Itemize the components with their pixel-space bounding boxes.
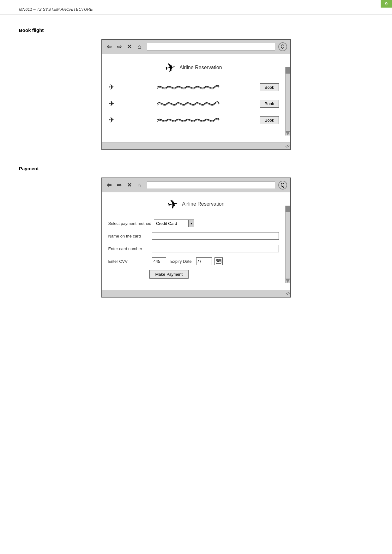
flight-squiggle-3 [118,115,256,125]
book-flight-content: ✈ Airline Reservation ✈ Book [102,54,290,142]
make-payment-row: Make Payment [108,270,279,279]
expiry-input[interactable]: / / [196,257,212,265]
payment-scrollbar[interactable] [285,206,290,283]
payment-form: Select payment method Credit Card ▼ Name… [102,216,290,290]
book-button-3[interactable]: Book [260,116,279,124]
payment-address-bar[interactable] [147,181,275,189]
flight-icon-3: ✈ [108,116,115,124]
header-title: MN611 – T2 SYSTEM ARCHITECTURE [19,7,93,12]
book-flight-bottom-bar: // [102,142,290,149]
cvv-row: Enter CVV 445 Expiry Date / / [108,257,279,265]
airline-header: ✈ Airline Reservation [108,60,279,75]
flight-icon-1: ✈ [108,83,115,92]
flight-row-1: ✈ Book [108,82,279,92]
payment-plane-icon: ✈ [166,196,179,212]
page-header: MN611 – T2 SYSTEM ARCHITECTURE [0,0,392,15]
calendar-icon[interactable] [214,257,223,265]
make-payment-button[interactable]: Make Payment [149,270,189,279]
flight-squiggle-1 [118,82,256,92]
payment-search-icon: Q [280,182,284,188]
expiry-label: Expiry Date [171,259,192,264]
flight-row-3: ✈ Book [108,115,279,125]
payment-search-button[interactable]: Q [278,181,287,190]
payment-airline-header: ✈ Airline Reservation [102,197,290,211]
book-flight-browser: ⇦ ⇨ ✕ ⌂ Q ✈ Airline Reservation ✈ [101,39,291,150]
payment-method-label: Select payment method [108,221,152,226]
card-number-row: Enter card number [108,245,279,252]
card-number-label: Enter card number [108,246,149,251]
flight-squiggle-2 [118,99,256,108]
name-on-card-input[interactable] [152,232,279,240]
payment-browser: ⇦ ⇨ ✕ ⌂ Q ✈ Airline Reservation [101,178,291,298]
svg-rect-4 [217,261,218,262]
payment-method-value[interactable]: Credit Card [154,220,189,227]
payment-bottom-bar: // [102,290,290,297]
book-flight-heading: Book flight [19,27,373,33]
name-on-card-label: Name on the card [108,234,149,238]
payment-scrollbar-thumb-down[interactable] [286,279,290,283]
book-flight-scrollbar[interactable] [285,67,290,135]
payment-method-select[interactable]: Credit Card ▼ [154,220,194,227]
main-content: Book flight ⇦ ⇨ ✕ ⌂ Q ✈ Airline Reservat… [0,15,392,326]
payment-content: ✈ Airline Reservation Select payment met… [102,192,290,290]
payment-scrollbar-thumb-up[interactable] [286,206,290,212]
cvv-label: Enter CVV [108,259,149,264]
card-number-input[interactable] [152,245,279,252]
payment-stop-button[interactable]: ✕ [125,181,134,189]
svg-rect-5 [218,261,219,262]
payment-heading: Payment [19,166,373,171]
payment-method-row: Select payment method Credit Card ▼ [108,220,279,227]
flight-icon-2: ✈ [108,99,115,108]
name-on-card-row: Name on the card [108,232,279,240]
back-button[interactable]: ⇦ [105,43,113,51]
payment-airline-title: Airline Reservation [182,201,224,207]
address-bar[interactable] [147,43,275,51]
select-arrow-icon[interactable]: ▼ [189,220,194,227]
forward-button[interactable]: ⇨ [115,43,124,51]
search-button[interactable]: Q [278,42,287,51]
payment-back-button[interactable]: ⇦ [105,181,113,189]
airline-title: Airline Reservation [179,65,222,70]
resize-handle[interactable]: // [285,143,291,149]
airline-plane-icon: ✈ [164,59,177,75]
book-button-2[interactable]: Book [260,100,279,108]
cvv-input[interactable]: 445 [152,257,166,265]
flight-row-2: ✈ Book [108,99,279,108]
payment-toolbar: ⇦ ⇨ ✕ ⌂ Q [102,178,290,192]
book-button-1[interactable]: Book [260,83,279,91]
page-number: 9 [381,0,392,8]
book-flight-toolbar: ⇦ ⇨ ✕ ⌂ Q [102,40,290,54]
scrollbar-thumb-down[interactable] [286,131,290,135]
svg-rect-6 [220,261,220,262]
payment-home-button[interactable]: ⌂ [136,181,144,189]
search-icon: Q [280,44,284,50]
home-button[interactable]: ⌂ [136,43,144,51]
payment-resize-handle[interactable]: // [285,291,291,297]
payment-forward-button[interactable]: ⇨ [115,181,124,189]
scrollbar-thumb-up[interactable] [286,67,290,74]
stop-button[interactable]: ✕ [125,43,134,51]
